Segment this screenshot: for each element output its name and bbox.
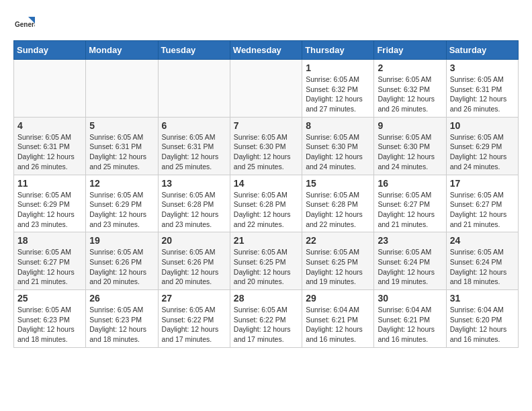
calendar-cell: 25Sunrise: 6:05 AM Sunset: 6:23 PM Dayli… bbox=[14, 290, 86, 348]
day-number: 28 bbox=[234, 293, 298, 304]
day-info: Sunrise: 6:05 AM Sunset: 6:27 PM Dayligh… bbox=[378, 190, 442, 230]
day-info: Sunrise: 6:05 AM Sunset: 6:28 PM Dayligh… bbox=[306, 190, 370, 230]
calendar-cell: 24Sunrise: 6:05 AM Sunset: 6:24 PM Dayli… bbox=[446, 232, 518, 290]
day-number: 9 bbox=[378, 120, 442, 131]
day-info: Sunrise: 6:05 AM Sunset: 6:31 PM Dayligh… bbox=[17, 132, 82, 172]
day-number: 22 bbox=[306, 235, 370, 246]
calendar-cell bbox=[158, 60, 230, 118]
day-number: 11 bbox=[17, 178, 82, 189]
calendar-cell: 29Sunrise: 6:04 AM Sunset: 6:21 PM Dayli… bbox=[302, 290, 374, 348]
calendar-cell bbox=[86, 60, 158, 118]
day-number: 29 bbox=[306, 293, 370, 304]
day-number: 3 bbox=[450, 62, 515, 73]
day-info: Sunrise: 6:04 AM Sunset: 6:20 PM Dayligh… bbox=[450, 305, 515, 345]
day-number: 18 bbox=[17, 235, 82, 246]
calendar-cell: 4Sunrise: 6:05 AM Sunset: 6:31 PM Daylig… bbox=[14, 117, 86, 175]
day-number: 30 bbox=[378, 293, 442, 304]
calendar-cell: 6Sunrise: 6:05 AM Sunset: 6:31 PM Daylig… bbox=[158, 117, 230, 175]
calendar-cell: 3Sunrise: 6:05 AM Sunset: 6:31 PM Daylig… bbox=[446, 60, 518, 118]
day-info: Sunrise: 6:05 AM Sunset: 6:32 PM Dayligh… bbox=[378, 75, 442, 114]
calendar-cell: 19Sunrise: 6:05 AM Sunset: 6:26 PM Dayli… bbox=[86, 232, 158, 290]
calendar-cell: 23Sunrise: 6:05 AM Sunset: 6:24 PM Dayli… bbox=[374, 232, 446, 290]
day-number: 13 bbox=[162, 178, 226, 189]
day-number: 20 bbox=[162, 235, 226, 246]
day-info: Sunrise: 6:05 AM Sunset: 6:29 PM Dayligh… bbox=[17, 190, 82, 230]
day-number: 4 bbox=[17, 120, 82, 131]
day-info: Sunrise: 6:05 AM Sunset: 6:30 PM Dayligh… bbox=[306, 132, 370, 172]
calendar-table: SundayMondayTuesdayWednesdayThursdayFrid… bbox=[13, 40, 519, 348]
day-info: Sunrise: 6:05 AM Sunset: 6:23 PM Dayligh… bbox=[89, 305, 154, 345]
calendar-cell: 21Sunrise: 6:05 AM Sunset: 6:25 PM Dayli… bbox=[230, 232, 302, 290]
calendar-cell: 7Sunrise: 6:05 AM Sunset: 6:30 PM Daylig… bbox=[230, 117, 302, 175]
day-info: Sunrise: 6:05 AM Sunset: 6:32 PM Dayligh… bbox=[306, 75, 370, 114]
day-number: 27 bbox=[162, 293, 226, 304]
calendar-cell: 17Sunrise: 6:05 AM Sunset: 6:27 PM Dayli… bbox=[446, 175, 518, 232]
day-number: 31 bbox=[450, 293, 515, 304]
day-info: Sunrise: 6:05 AM Sunset: 6:24 PM Dayligh… bbox=[378, 247, 442, 287]
day-info: Sunrise: 6:05 AM Sunset: 6:26 PM Dayligh… bbox=[162, 247, 226, 287]
day-info: Sunrise: 6:05 AM Sunset: 6:22 PM Dayligh… bbox=[234, 305, 298, 345]
calendar-cell: 16Sunrise: 6:05 AM Sunset: 6:27 PM Dayli… bbox=[374, 175, 446, 232]
day-number: 2 bbox=[378, 62, 442, 73]
day-info: Sunrise: 6:05 AM Sunset: 6:31 PM Dayligh… bbox=[89, 132, 154, 172]
calendar-cell: 31Sunrise: 6:04 AM Sunset: 6:20 PM Dayli… bbox=[446, 290, 518, 348]
day-info: Sunrise: 6:05 AM Sunset: 6:25 PM Dayligh… bbox=[306, 247, 370, 287]
page-header: General bbox=[13, 13, 519, 34]
day-number: 6 bbox=[162, 120, 226, 131]
day-number: 5 bbox=[89, 120, 154, 131]
calendar-cell: 2Sunrise: 6:05 AM Sunset: 6:32 PM Daylig… bbox=[374, 60, 446, 118]
weekday-header-wednesday: Wednesday bbox=[230, 41, 302, 60]
day-number: 8 bbox=[306, 120, 370, 131]
day-info: Sunrise: 6:05 AM Sunset: 6:25 PM Dayligh… bbox=[234, 247, 298, 287]
day-info: Sunrise: 6:05 AM Sunset: 6:27 PM Dayligh… bbox=[17, 247, 82, 287]
day-number: 26 bbox=[89, 293, 154, 304]
calendar-cell: 10Sunrise: 6:05 AM Sunset: 6:29 PM Dayli… bbox=[446, 117, 518, 175]
day-number: 25 bbox=[17, 293, 82, 304]
weekday-header-friday: Friday bbox=[374, 41, 446, 60]
day-number: 17 bbox=[450, 178, 515, 189]
day-info: Sunrise: 6:05 AM Sunset: 6:29 PM Dayligh… bbox=[450, 132, 515, 172]
weekday-header-saturday: Saturday bbox=[446, 41, 518, 60]
day-info: Sunrise: 6:05 AM Sunset: 6:26 PM Dayligh… bbox=[89, 247, 154, 287]
calendar-cell: 14Sunrise: 6:05 AM Sunset: 6:28 PM Dayli… bbox=[230, 175, 302, 232]
calendar-cell: 22Sunrise: 6:05 AM Sunset: 6:25 PM Dayli… bbox=[302, 232, 374, 290]
calendar-cell: 20Sunrise: 6:05 AM Sunset: 6:26 PM Dayli… bbox=[158, 232, 230, 290]
calendar-cell: 12Sunrise: 6:05 AM Sunset: 6:29 PM Dayli… bbox=[86, 175, 158, 232]
day-number: 19 bbox=[89, 235, 154, 246]
calendar-cell: 26Sunrise: 6:05 AM Sunset: 6:23 PM Dayli… bbox=[86, 290, 158, 348]
day-number: 14 bbox=[234, 178, 298, 189]
svg-text:General: General bbox=[15, 21, 35, 28]
calendar-cell: 27Sunrise: 6:05 AM Sunset: 6:22 PM Dayli… bbox=[158, 290, 230, 348]
day-number: 16 bbox=[378, 178, 442, 189]
logo-icon: General bbox=[15, 13, 35, 34]
calendar-cell bbox=[230, 60, 302, 118]
weekday-header-monday: Monday bbox=[86, 41, 158, 60]
day-number: 21 bbox=[234, 235, 298, 246]
day-info: Sunrise: 6:05 AM Sunset: 6:29 PM Dayligh… bbox=[89, 190, 154, 230]
calendar-cell: 18Sunrise: 6:05 AM Sunset: 6:27 PM Dayli… bbox=[14, 232, 86, 290]
day-info: Sunrise: 6:05 AM Sunset: 6:30 PM Dayligh… bbox=[234, 132, 298, 172]
calendar-cell: 1Sunrise: 6:05 AM Sunset: 6:32 PM Daylig… bbox=[302, 60, 374, 118]
day-info: Sunrise: 6:05 AM Sunset: 6:31 PM Dayligh… bbox=[450, 75, 515, 114]
weekday-header-thursday: Thursday bbox=[302, 41, 374, 60]
calendar-cell: 8Sunrise: 6:05 AM Sunset: 6:30 PM Daylig… bbox=[302, 117, 374, 175]
day-number: 7 bbox=[234, 120, 298, 131]
calendar-cell bbox=[14, 60, 86, 118]
day-info: Sunrise: 6:05 AM Sunset: 6:28 PM Dayligh… bbox=[234, 190, 298, 230]
day-info: Sunrise: 6:05 AM Sunset: 6:24 PM Dayligh… bbox=[450, 247, 515, 287]
calendar-cell: 15Sunrise: 6:05 AM Sunset: 6:28 PM Dayli… bbox=[302, 175, 374, 232]
logo: General bbox=[13, 13, 36, 34]
day-number: 24 bbox=[450, 235, 515, 246]
day-number: 23 bbox=[378, 235, 442, 246]
day-number: 12 bbox=[89, 178, 154, 189]
day-info: Sunrise: 6:05 AM Sunset: 6:23 PM Dayligh… bbox=[17, 305, 82, 345]
calendar-cell: 30Sunrise: 6:04 AM Sunset: 6:21 PM Dayli… bbox=[374, 290, 446, 348]
weekday-header-tuesday: Tuesday bbox=[158, 41, 230, 60]
day-info: Sunrise: 6:04 AM Sunset: 6:21 PM Dayligh… bbox=[378, 305, 442, 345]
day-number: 10 bbox=[450, 120, 515, 131]
day-info: Sunrise: 6:05 AM Sunset: 6:30 PM Dayligh… bbox=[378, 132, 442, 172]
calendar-cell: 11Sunrise: 6:05 AM Sunset: 6:29 PM Dayli… bbox=[14, 175, 86, 232]
day-info: Sunrise: 6:05 AM Sunset: 6:27 PM Dayligh… bbox=[450, 190, 515, 230]
calendar-header: SundayMondayTuesdayWednesdayThursdayFrid… bbox=[14, 41, 519, 60]
day-number: 1 bbox=[306, 62, 370, 73]
